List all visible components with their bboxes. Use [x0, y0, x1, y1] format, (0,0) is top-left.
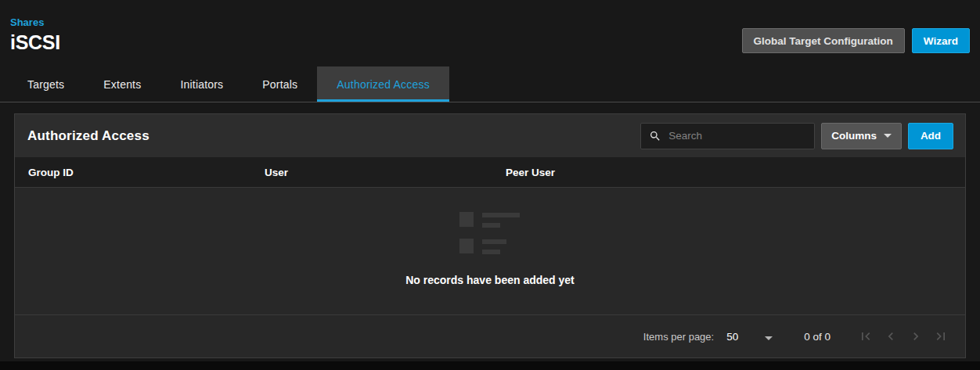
first-page-icon	[858, 329, 874, 344]
pager-controls	[856, 326, 951, 347]
chevron-down-icon	[884, 134, 892, 138]
page-range-label: 0 of 0	[804, 331, 830, 343]
column-header-group-id[interactable]: Group ID	[28, 167, 265, 178]
table-header-row: Group ID User Peer User	[15, 157, 965, 188]
last-page-button[interactable]	[931, 326, 951, 347]
tab-portals[interactable]: Portals	[243, 66, 317, 102]
items-per-page-value: 50	[726, 331, 738, 343]
tab-extents[interactable]: Extents	[84, 66, 160, 102]
page: Shares iSCSI Global Target Configuration…	[0, 0, 980, 361]
table-body: No records have been added yet	[15, 188, 965, 314]
add-button[interactable]: Add	[908, 123, 953, 149]
panel-toolbar: Authorized Access Columns Add	[15, 114, 965, 157]
column-header-peer-user[interactable]: Peer User	[506, 167, 952, 178]
chevron-down-icon	[765, 336, 773, 340]
bottom-bar	[0, 361, 980, 370]
search-box[interactable]	[640, 123, 815, 149]
next-page-button[interactable]	[906, 326, 926, 347]
tab-targets[interactable]: Targets	[8, 66, 84, 102]
tab-authorized-access[interactable]: Authorized Access	[317, 66, 449, 102]
chevron-right-icon	[908, 329, 924, 344]
header-titles: Shares iSCSI	[10, 15, 60, 66]
header-actions: Global Target Configuration Wizard	[742, 28, 970, 66]
column-header-user[interactable]: User	[265, 167, 506, 178]
search-icon	[649, 130, 661, 142]
empty-list-icon	[459, 212, 521, 254]
page-title: iSCSI	[10, 31, 60, 54]
authorized-access-panel: Authorized Access Columns Add Group ID U…	[14, 113, 966, 358]
toolbar-actions: Columns Add	[640, 123, 953, 149]
breadcrumb-shares[interactable]: Shares	[10, 16, 44, 28]
items-per-page-label: Items per page:	[643, 331, 714, 343]
wizard-button[interactable]: Wizard	[912, 28, 970, 53]
chevron-left-icon	[883, 329, 899, 344]
page-header: Shares iSCSI Global Target Configuration…	[0, 0, 980, 66]
first-page-button[interactable]	[856, 326, 876, 347]
columns-button[interactable]: Columns	[821, 123, 902, 149]
last-page-icon	[933, 329, 949, 344]
items-per-page-select[interactable]	[765, 329, 773, 343]
panel-title: Authorized Access	[27, 128, 150, 144]
paginator: Items per page: 50 0 of 0	[15, 314, 965, 357]
empty-state-message: No records have been added yet	[405, 274, 575, 286]
search-input[interactable]	[668, 130, 806, 142]
tab-bar: Targets Extents Initiators Portals Autho…	[0, 66, 980, 102]
columns-button-label: Columns	[831, 130, 877, 142]
global-target-configuration-button[interactable]: Global Target Configuration	[742, 28, 905, 53]
tab-initiators[interactable]: Initiators	[160, 66, 243, 102]
previous-page-button[interactable]	[881, 326, 901, 347]
